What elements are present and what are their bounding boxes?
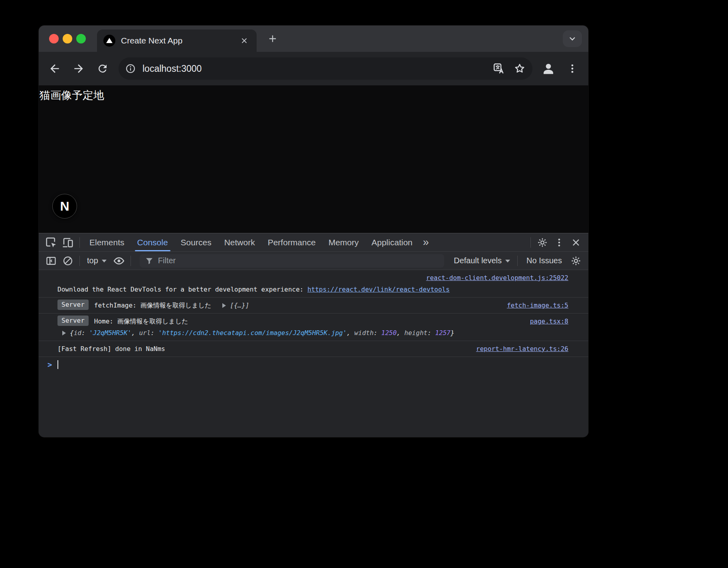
source-link[interactable]: report-hmr-latency.ts:26 [467,343,568,355]
device-toolbar-icon[interactable] [59,235,76,250]
forward-button[interactable] [69,59,88,78]
console-message: [Fast Refresh] done in NaNms report-hmr-… [39,341,588,357]
tab-title: Create Next App [121,36,232,45]
console-message-text: Download the React DevTools for a better… [57,286,307,293]
divider [79,237,80,248]
clear-console-icon[interactable] [59,253,76,269]
devtools-menu-kebab-icon[interactable] [551,235,568,250]
token: : [374,329,381,337]
devtools-tab-console[interactable]: Console [131,233,174,251]
source-link[interactable]: page.tsx:8 [520,316,568,327]
browser-toolbar: localhost:3000 [39,52,588,85]
devtools-panel: Elements Console Sources Network Perform… [39,233,588,437]
browser-window: Create Next App localhost:3000 [39,26,588,437]
tab-close-icon[interactable] [237,34,251,47]
prompt-chevron-icon [47,360,52,369]
tab-strip: Create Next App [39,26,588,52]
reload-button[interactable] [93,59,112,78]
cat-image-placeholder-text: 猫画像予定地 [40,89,588,102]
token: 'J2qM5HR5K' [89,329,131,337]
minimize-window-button[interactable] [63,34,72,43]
fullscreen-window-button[interactable] [76,34,86,43]
traffic-lights [39,34,86,43]
url-text: localhost:3000 [142,63,487,74]
devtools-tab-bar: Elements Console Sources Network Perform… [39,233,588,252]
devtools-settings-gear-icon[interactable] [534,235,551,250]
browser-tab[interactable]: Create Next App [97,30,257,52]
context-label: top [87,256,98,265]
token: 'https://cdn2.thecatapi.com/images/J2qM5… [158,329,347,337]
new-tab-button[interactable] [265,31,281,47]
chevron-down-icon [102,260,107,262]
translate-icon[interactable] [490,60,508,77]
expand-triangle-icon[interactable] [222,303,226,308]
token: : [427,329,435,337]
issues-counter[interactable]: No Issues [521,256,568,265]
object-preview[interactable]: [{…}] [230,300,249,311]
source-link[interactable]: react-dom-client.development.js:25022 [426,274,568,282]
chevron-down-icon [505,260,510,262]
console-message-text: [Fast Refresh] done in NaNms [57,343,165,355]
console-message: Server fetchImage: 画像情報を取得しました [{…}] fet… [39,298,588,314]
text-cursor [57,360,58,369]
console-settings-gear-icon[interactable] [568,253,584,269]
nextjs-favicon-icon [103,35,115,47]
log-levels-label: Default levels [454,256,502,265]
live-expression-eye-icon[interactable] [111,253,127,269]
browser-menu-kebab-icon[interactable] [563,59,582,78]
token: , [131,329,139,337]
divider [131,256,131,266]
expand-triangle-icon[interactable] [62,331,66,335]
close-window-button[interactable] [49,34,59,43]
log-levels-dropdown[interactable]: Default levels [450,256,514,265]
token: 1250 [381,329,397,337]
devtools-tab-elements[interactable]: Elements [83,233,131,251]
execution-context-selector[interactable]: top [83,256,111,265]
token: width [354,329,374,337]
token: height [404,329,427,337]
divider [517,256,518,266]
nextjs-dev-indicator[interactable]: N [52,194,77,219]
devtools-tab-performance[interactable]: Performance [261,233,322,251]
devtools-close-icon[interactable] [568,235,584,250]
inspect-element-icon[interactable] [43,235,59,250]
divider [79,256,80,266]
more-tabs-icon[interactable] [419,236,433,248]
filter-funnel-icon [144,256,154,266]
devtools-tab-network[interactable]: Network [218,233,261,251]
devtools-tab-sources[interactable]: Sources [174,233,218,251]
console-toolbar: top Filter Default levels No Issues [39,252,588,270]
react-devtools-link[interactable]: https://react.dev/link/react-devtools [307,286,449,293]
console-message-text: fetchImage: 画像情報を取得しました [94,300,211,311]
token: } [451,329,455,337]
console-log: react-dom-client.development.js:25022 Do… [39,270,588,437]
token: { [70,329,74,337]
token: 1257 [435,329,451,337]
token: , [347,329,354,337]
site-info-icon[interactable] [122,60,139,77]
object-preview[interactable]: {id: 'J2qM5HR5K', url: 'https://cdn2.the… [70,327,454,339]
page-viewport: 猫画像予定地 N [39,85,588,233]
back-button[interactable] [45,59,64,78]
profile-avatar[interactable] [539,59,558,78]
console-filter-input[interactable]: Filter [140,254,444,268]
console-message: Server Home: 画像情報を取得しました page.tsx:8 {id:… [39,314,588,341]
address-bar[interactable]: localhost:3000 [119,57,532,80]
server-badge: Server [57,300,89,310]
server-badge: Server [57,316,89,326]
console-message: react-dom-client.development.js:25022 Do… [39,270,588,298]
token: , [397,329,404,337]
token: : [81,329,89,337]
token: : [150,329,158,337]
token: id [74,329,81,337]
source-link[interactable]: fetch-image.ts:5 [497,300,568,311]
devtools-tab-application[interactable]: Application [365,233,419,251]
bookmark-star-icon[interactable] [511,60,528,77]
devtools-tab-memory[interactable]: Memory [322,233,365,251]
console-prompt[interactable] [39,357,588,372]
tab-search-button[interactable] [563,30,582,47]
filter-placeholder: Filter [158,256,176,265]
console-message-text: Home: 画像情報を取得しました [94,316,188,327]
console-sidebar-icon[interactable] [43,253,59,269]
token: url [139,329,150,337]
